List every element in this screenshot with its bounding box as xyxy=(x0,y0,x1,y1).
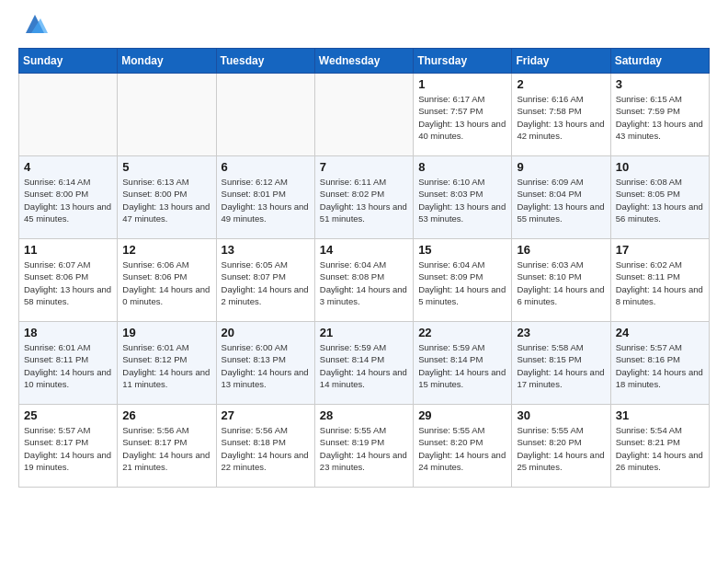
cell-sun-info: Sunrise: 6:11 AMSunset: 8:02 PMDaylight:… xyxy=(320,176,408,224)
calendar-cell: 14Sunrise: 6:04 AMSunset: 8:08 PMDayligh… xyxy=(314,239,413,322)
day-number: 27 xyxy=(222,408,310,422)
day-number: 22 xyxy=(418,326,506,339)
cell-sun-info: Sunrise: 5:57 AMSunset: 8:16 PMDaylight:… xyxy=(616,341,704,390)
cell-sun-info: Sunrise: 6:04 AMSunset: 8:09 PMDaylight:… xyxy=(418,259,506,307)
weekday-header-cell: Friday xyxy=(512,49,610,74)
day-number: 20 xyxy=(222,326,310,339)
weekday-header-cell: Tuesday xyxy=(216,49,314,74)
day-number: 8 xyxy=(418,160,506,174)
calendar-cell: 5Sunrise: 6:13 AMSunset: 8:00 PMDaylight… xyxy=(118,156,216,239)
calendar-cell: 17Sunrise: 6:02 AMSunset: 8:11 PMDayligh… xyxy=(610,239,709,322)
calendar-cell: 3Sunrise: 6:15 AMSunset: 7:59 PMDaylight… xyxy=(610,74,709,156)
weekday-header-cell: Saturday xyxy=(610,49,709,74)
cell-sun-info: Sunrise: 5:59 AMSunset: 8:14 PMDaylight:… xyxy=(320,341,408,390)
calendar-cell: 2Sunrise: 6:16 AMSunset: 7:58 PMDaylight… xyxy=(512,74,610,156)
day-number: 25 xyxy=(24,408,112,422)
calendar-week-row: 11Sunrise: 6:07 AMSunset: 8:06 PMDayligh… xyxy=(19,239,710,322)
calendar-cell: 31Sunrise: 5:54 AMSunset: 8:21 PMDayligh… xyxy=(610,405,709,488)
calendar-cell: 16Sunrise: 6:03 AMSunset: 8:10 PMDayligh… xyxy=(512,239,610,322)
calendar-cell: 12Sunrise: 6:06 AMSunset: 8:06 PMDayligh… xyxy=(118,239,216,322)
calendar-cell: 18Sunrise: 6:01 AMSunset: 8:11 PMDayligh… xyxy=(19,322,118,405)
cell-sun-info: Sunrise: 6:07 AMSunset: 8:06 PMDaylight:… xyxy=(24,259,112,307)
calendar-cell: 6Sunrise: 6:12 AMSunset: 8:01 PMDaylight… xyxy=(216,156,314,239)
cell-sun-info: Sunrise: 5:54 AMSunset: 8:21 PMDaylight:… xyxy=(616,424,704,473)
day-number: 23 xyxy=(517,326,605,339)
cell-sun-info: Sunrise: 6:14 AMSunset: 8:00 PMDaylight:… xyxy=(24,176,112,224)
logo xyxy=(18,15,48,37)
cell-sun-info: Sunrise: 6:16 AMSunset: 7:58 PMDaylight:… xyxy=(517,93,605,142)
calendar-cell: 29Sunrise: 5:55 AMSunset: 8:20 PMDayligh… xyxy=(414,405,512,488)
day-number: 24 xyxy=(616,326,704,339)
day-number: 19 xyxy=(122,326,210,339)
cell-sun-info: Sunrise: 6:03 AMSunset: 8:10 PMDaylight:… xyxy=(517,259,605,307)
calendar-week-row: 25Sunrise: 5:57 AMSunset: 8:17 PMDayligh… xyxy=(19,405,710,488)
day-number: 26 xyxy=(122,408,210,422)
weekday-header-cell: Monday xyxy=(118,49,216,74)
weekday-header-cell: Wednesday xyxy=(314,49,413,74)
cell-sun-info: Sunrise: 5:58 AMSunset: 8:15 PMDaylight:… xyxy=(517,341,605,390)
cell-sun-info: Sunrise: 6:17 AMSunset: 7:57 PMDaylight:… xyxy=(418,93,506,142)
calendar-cell: 19Sunrise: 6:01 AMSunset: 8:12 PMDayligh… xyxy=(118,322,216,405)
day-number: 4 xyxy=(24,160,112,174)
calendar-cell xyxy=(314,74,413,156)
weekday-header-cell: Sunday xyxy=(19,49,118,74)
cell-sun-info: Sunrise: 6:06 AMSunset: 8:06 PMDaylight:… xyxy=(122,259,210,307)
cell-sun-info: Sunrise: 6:09 AMSunset: 8:04 PMDaylight:… xyxy=(517,176,605,224)
cell-sun-info: Sunrise: 6:05 AMSunset: 8:07 PMDaylight:… xyxy=(222,259,310,307)
cell-sun-info: Sunrise: 6:15 AMSunset: 7:59 PMDaylight:… xyxy=(616,93,704,142)
calendar-cell: 25Sunrise: 5:57 AMSunset: 8:17 PMDayligh… xyxy=(19,405,118,488)
calendar-cell: 23Sunrise: 5:58 AMSunset: 8:15 PMDayligh… xyxy=(512,322,610,405)
calendar-cell: 20Sunrise: 6:00 AMSunset: 8:13 PMDayligh… xyxy=(216,322,314,405)
calendar-cell: 10Sunrise: 6:08 AMSunset: 8:05 PMDayligh… xyxy=(610,156,709,239)
day-number: 18 xyxy=(24,326,112,339)
cell-sun-info: Sunrise: 5:55 AMSunset: 8:20 PMDaylight:… xyxy=(517,424,605,473)
cell-sun-info: Sunrise: 5:55 AMSunset: 8:20 PMDaylight:… xyxy=(418,424,506,473)
day-number: 21 xyxy=(320,326,408,339)
weekday-header-cell: Thursday xyxy=(414,49,512,74)
day-number: 5 xyxy=(122,160,210,174)
calendar-week-row: 4Sunrise: 6:14 AMSunset: 8:00 PMDaylight… xyxy=(19,156,710,239)
day-number: 6 xyxy=(222,160,310,174)
calendar-cell xyxy=(19,74,118,156)
cell-sun-info: Sunrise: 6:01 AMSunset: 8:11 PMDaylight:… xyxy=(24,341,112,390)
cell-sun-info: Sunrise: 6:10 AMSunset: 8:03 PMDaylight:… xyxy=(418,176,506,224)
calendar-body: 1Sunrise: 6:17 AMSunset: 7:57 PMDaylight… xyxy=(19,74,710,488)
cell-sun-info: Sunrise: 5:56 AMSunset: 8:18 PMDaylight:… xyxy=(222,424,310,473)
day-number: 7 xyxy=(320,160,408,174)
calendar-cell: 1Sunrise: 6:17 AMSunset: 7:57 PMDaylight… xyxy=(414,74,512,156)
calendar-cell: 13Sunrise: 6:05 AMSunset: 8:07 PMDayligh… xyxy=(216,239,314,322)
calendar-cell: 8Sunrise: 6:10 AMSunset: 8:03 PMDaylight… xyxy=(414,156,512,239)
cell-sun-info: Sunrise: 6:12 AMSunset: 8:01 PMDaylight:… xyxy=(222,176,310,224)
day-number: 30 xyxy=(517,408,605,422)
cell-sun-info: Sunrise: 6:02 AMSunset: 8:11 PMDaylight:… xyxy=(616,259,704,307)
calendar-cell: 27Sunrise: 5:56 AMSunset: 8:18 PMDayligh… xyxy=(216,405,314,488)
day-number: 9 xyxy=(517,160,605,174)
calendar-cell: 28Sunrise: 5:55 AMSunset: 8:19 PMDayligh… xyxy=(314,405,413,488)
cell-sun-info: Sunrise: 6:13 AMSunset: 8:00 PMDaylight:… xyxy=(122,176,210,224)
day-number: 14 xyxy=(320,243,408,257)
calendar-table: SundayMondayTuesdayWednesdayThursdayFrid… xyxy=(18,48,710,488)
day-number: 12 xyxy=(122,243,210,257)
cell-sun-info: Sunrise: 5:56 AMSunset: 8:17 PMDaylight:… xyxy=(122,424,210,473)
day-number: 2 xyxy=(517,77,605,91)
cell-sun-info: Sunrise: 6:00 AMSunset: 8:13 PMDaylight:… xyxy=(222,341,310,390)
calendar-cell xyxy=(216,74,314,156)
calendar-cell: 11Sunrise: 6:07 AMSunset: 8:06 PMDayligh… xyxy=(19,239,118,322)
calendar-cell: 24Sunrise: 5:57 AMSunset: 8:16 PMDayligh… xyxy=(610,322,709,405)
cell-sun-info: Sunrise: 6:08 AMSunset: 8:05 PMDaylight:… xyxy=(616,176,704,224)
day-number: 31 xyxy=(616,408,704,422)
day-number: 3 xyxy=(616,77,704,91)
calendar-cell: 7Sunrise: 6:11 AMSunset: 8:02 PMDaylight… xyxy=(314,156,413,239)
day-number: 13 xyxy=(222,243,310,257)
day-number: 28 xyxy=(320,408,408,422)
calendar-cell: 4Sunrise: 6:14 AMSunset: 8:00 PMDaylight… xyxy=(19,156,118,239)
calendar-cell: 22Sunrise: 5:59 AMSunset: 8:14 PMDayligh… xyxy=(414,322,512,405)
day-number: 17 xyxy=(616,243,704,257)
cell-sun-info: Sunrise: 5:57 AMSunset: 8:17 PMDaylight:… xyxy=(24,424,112,473)
day-number: 16 xyxy=(517,243,605,257)
calendar-cell: 30Sunrise: 5:55 AMSunset: 8:20 PMDayligh… xyxy=(512,405,610,488)
calendar-cell: 21Sunrise: 5:59 AMSunset: 8:14 PMDayligh… xyxy=(314,322,413,405)
weekday-header-row: SundayMondayTuesdayWednesdayThursdayFrid… xyxy=(19,49,710,74)
cell-sun-info: Sunrise: 5:59 AMSunset: 8:14 PMDaylight:… xyxy=(418,341,506,390)
calendar-cell: 26Sunrise: 5:56 AMSunset: 8:17 PMDayligh… xyxy=(118,405,216,488)
